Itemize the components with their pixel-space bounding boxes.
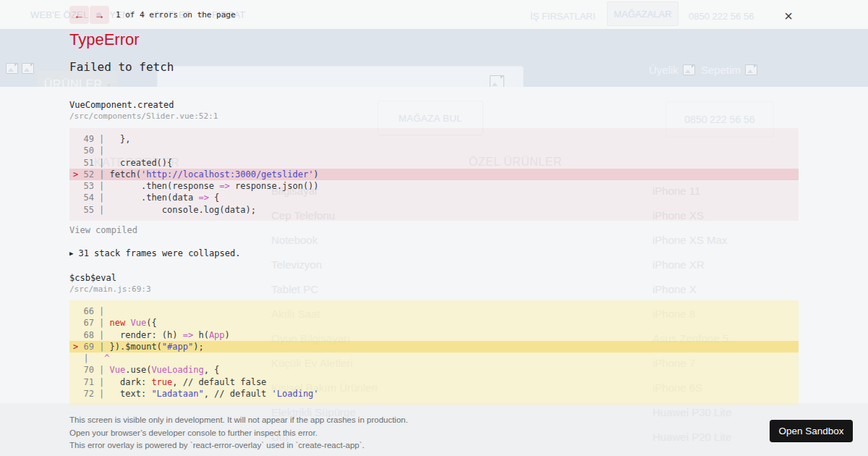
code-frame-slider: 49 | }, 50 | 51 | created(){> 52 | fetch…: [69, 128, 799, 221]
code-line: 68 | render: (h) => h(App): [69, 329, 799, 341]
view-compiled-link[interactable]: View compiled: [69, 225, 137, 235]
stack-frame-path: /src/components/Slider.vue:52:1: [69, 111, 218, 121]
footer-line: Open your browser’s developer console to…: [69, 427, 408, 440]
footer-line: This error overlay is powered by `react-…: [69, 439, 408, 452]
triangle-right-icon: ▶: [69, 250, 73, 257]
code-line: > 52 | fetch('http://localhost:3000/gets…: [69, 169, 799, 180]
code-line: 71 | dark: true, // default false: [69, 376, 799, 388]
stack-frame-function: $csb$eval: [69, 273, 116, 283]
code-line: 67 | new Vue({: [69, 317, 799, 329]
code-line: 51 | created(){: [69, 157, 799, 169]
footer-line: This screen is visible only in developme…: [69, 414, 408, 427]
error-overlay-footer: This screen is visible only in developme…: [69, 414, 408, 452]
error-counter: 1 of 4 errors on the page: [116, 10, 236, 20]
error-type-title: TypeError: [69, 30, 140, 49]
stack-frame-function: VueComponent.created: [69, 100, 174, 110]
code-line: 50 |: [69, 145, 799, 156]
error-message: Failed to fetch: [69, 60, 174, 74]
code-line: 54 | .then(data => {: [69, 192, 799, 203]
code-line: > 69 | }).$mount("#app");: [69, 341, 799, 352]
collapsed-stack-frames-toggle[interactable]: ▶31 stack frames were collapsed.: [69, 248, 240, 258]
open-sandbox-button[interactable]: Open Sandbox: [770, 420, 853, 442]
error-overlay: ← → 1 of 4 errors on the page × TypeErro…: [0, 0, 868, 456]
previous-error-button[interactable]: ←: [69, 6, 89, 24]
code-line: 66 |: [69, 305, 799, 317]
stack-frame-path: /src/main.js:69:3: [69, 284, 151, 294]
code-line: | ^: [69, 352, 799, 364]
collapsed-stack-frames-label: 31 stack frames were collapsed.: [78, 248, 240, 258]
code-line: 70 | Vue.use(VueLoading, {: [69, 364, 799, 376]
code-line: 53 | .then(response => response.json()): [69, 180, 799, 192]
next-error-button[interactable]: →: [90, 6, 109, 24]
code-line: 72 | text: "Ladataan", // default 'Loadi…: [69, 388, 799, 400]
code-line: 55 | console.log(data);: [69, 204, 799, 216]
code-line: 49 | },: [69, 133, 799, 145]
code-frame-main: 66 | 67 | new Vue({ 68 | render: (h) => …: [69, 300, 799, 405]
close-icon[interactable]: ×: [780, 7, 797, 25]
